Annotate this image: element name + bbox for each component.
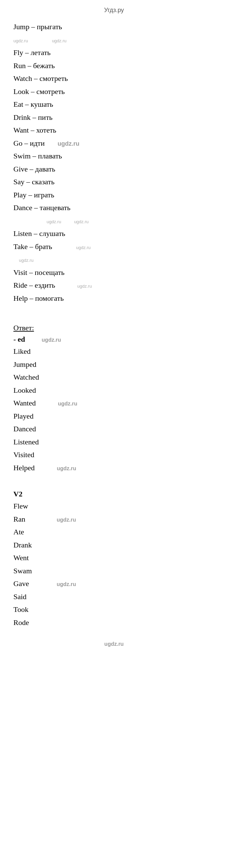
ed-word-danced: Danced bbox=[13, 423, 215, 436]
vocab-ru: слушать bbox=[39, 229, 65, 238]
vocab-item-5: Look – смотреть bbox=[13, 85, 215, 98]
v2-word-went: Went bbox=[13, 552, 215, 564]
ed-word-visited: Visited bbox=[13, 448, 215, 462]
v2-word-took: Took bbox=[13, 603, 215, 616]
vocab-item-16: Take – брать ugdz.ru bbox=[13, 240, 215, 253]
vocab-ru: летать bbox=[31, 48, 50, 57]
watermark-1: ugdz.ru bbox=[13, 38, 28, 43]
vocab-ru: сказать bbox=[32, 178, 54, 186]
watermark-helped: ugdz.ru bbox=[57, 466, 76, 471]
vocab-item-1: Jump – прыгать bbox=[13, 21, 215, 34]
v2-word-rode: Rode bbox=[13, 616, 215, 629]
vocab-en: Go bbox=[13, 139, 23, 147]
watermark-ran: ugdz.ru bbox=[57, 517, 76, 523]
watermark-wanted: ugdz.ru bbox=[58, 401, 77, 406]
ed-word-listened: Listened bbox=[13, 436, 215, 449]
ed-word-liked: Liked bbox=[13, 345, 215, 358]
v2-word-swam: Swam bbox=[13, 564, 215, 578]
vocab-ru: кушать bbox=[31, 100, 53, 108]
vocab-item-9: Go – идти ugdz.ru bbox=[13, 137, 215, 150]
v2-word-drank: Drank bbox=[13, 539, 215, 552]
vocab-en: Look bbox=[13, 87, 29, 96]
vocab-ru: посещать bbox=[35, 268, 64, 277]
v2-word-gave: Gave ugdz.ru bbox=[13, 577, 215, 590]
vocab-en: Run bbox=[13, 61, 26, 70]
watermark-footer: ugdz.ru bbox=[104, 641, 124, 647]
watermark-4: ugdz.ru bbox=[46, 219, 61, 224]
vocab-ru: идти bbox=[30, 139, 44, 147]
vocab-en: Fly bbox=[13, 48, 23, 57]
vocab-item-wm-dance: ugdz.ru ugdz.ru bbox=[13, 215, 215, 227]
vocab-en: Jump bbox=[13, 23, 30, 31]
ed-word-wanted: Wanted ugdz.ru bbox=[13, 397, 215, 410]
vocab-item-15: Listen – слушать bbox=[13, 227, 215, 240]
watermark-5: ugdz.ru bbox=[74, 219, 89, 224]
vocab-ru: прыгать bbox=[37, 23, 62, 31]
vocab-en: Play bbox=[13, 191, 27, 199]
vocab-en: Drink bbox=[13, 113, 31, 122]
vocab-item-11: Give – давать bbox=[13, 163, 215, 176]
watermark-8: ugdz.ru bbox=[77, 284, 92, 289]
vocab-item-2: Fly – летать bbox=[13, 46, 215, 59]
vocab-item-10: Swim – плавать bbox=[13, 150, 215, 163]
vocab-en: Eat bbox=[13, 100, 23, 108]
vocab-ru: смотреть bbox=[39, 74, 68, 83]
vocab-item-6: Eat – кушать bbox=[13, 98, 215, 111]
v2-word-said: Said bbox=[13, 590, 215, 603]
vocab-item-7: Drink – пить bbox=[13, 111, 215, 124]
vocab-ru: брать bbox=[35, 242, 52, 251]
vocab-item-4: Watch – смотреть bbox=[13, 72, 215, 85]
vocab-item-20: Help – помогать bbox=[13, 292, 215, 305]
vocab-ru: танцевать bbox=[39, 204, 70, 212]
footer-watermark: ugdz.ru bbox=[13, 639, 215, 648]
vocab-item-19: Ride – ездить ugdz.ru bbox=[13, 279, 215, 292]
ed-word-watched: Watched bbox=[13, 371, 215, 384]
vocab-ru: ездить bbox=[35, 281, 55, 289]
vocab-en: Listen bbox=[13, 229, 32, 238]
vocab-en: Ride bbox=[13, 281, 28, 289]
watermark-gave: ugdz.ru bbox=[57, 581, 76, 587]
vocab-item-8: Want – хотеть bbox=[13, 124, 215, 137]
vocab-item-3: Run – бежать bbox=[13, 59, 215, 72]
site-title-text: Угдз.ру bbox=[104, 7, 124, 13]
watermark-2: ugdz.ru bbox=[52, 38, 66, 43]
vocab-ru: играть bbox=[34, 191, 54, 199]
v2-words-list: Flew Ran ugdz.ru Ate Drank Went Swam Gav… bbox=[13, 500, 215, 629]
vocab-ru: смотреть bbox=[36, 87, 65, 96]
v2-word-ate: Ate bbox=[13, 526, 215, 539]
vocab-item-17: ugdz.ru bbox=[13, 253, 215, 266]
vocab-ru: помогать bbox=[35, 294, 64, 303]
answer-section: Ответ: - ed ugdz.ru Liked Jumped Watched… bbox=[13, 315, 215, 629]
ed-word-helped: Helped ugdz.ru bbox=[13, 462, 215, 475]
ed-word-played: Played bbox=[13, 410, 215, 423]
vocab-en: Visit bbox=[13, 268, 27, 277]
vocab-en: Want bbox=[13, 126, 29, 134]
ed-label: - ed ugdz.ru bbox=[13, 335, 215, 344]
vocab-ru: пить bbox=[38, 113, 52, 122]
watermark-3: ugdz.ru bbox=[58, 140, 79, 147]
vocab-section: Jump – прыгать ugdz.ru ugdz.ru Fly – лет… bbox=[13, 21, 215, 305]
answer-label: Ответ: bbox=[13, 323, 215, 332]
vocab-en: Watch bbox=[13, 74, 32, 83]
vocab-en: Help bbox=[13, 294, 28, 303]
v2-label: V2 bbox=[13, 490, 215, 498]
vocab-en: Swim bbox=[13, 152, 31, 160]
vocab-ru: хотеть bbox=[36, 126, 56, 134]
vocab-item-14: Dance – танцевать bbox=[13, 202, 215, 215]
vocab-item-18: Visit – посещать bbox=[13, 266, 215, 279]
ed-word-jumped: Jumped bbox=[13, 358, 215, 371]
vocab-item-12: Say – сказать bbox=[13, 176, 215, 189]
v2-word-ran: Ran ugdz.ru bbox=[13, 513, 215, 526]
vocab-en: Dance bbox=[13, 204, 32, 212]
v2-word-flew: Flew bbox=[13, 500, 215, 513]
vocab-ru: давать bbox=[35, 165, 55, 173]
watermark-7: ugdz.ru bbox=[19, 258, 34, 263]
vocab-en: Give bbox=[13, 165, 28, 173]
watermark-ed: ugdz.ru bbox=[41, 337, 61, 343]
vocab-en: Say bbox=[13, 178, 25, 186]
vocab-ru: бежать bbox=[33, 61, 55, 70]
vocab-ru: плавать bbox=[38, 152, 62, 160]
ed-words-list: Liked Jumped Watched Looked Wanted ugdz.… bbox=[13, 345, 215, 474]
vocab-item-13: Play – играть bbox=[13, 189, 215, 202]
site-header: Угдз.ру bbox=[13, 7, 215, 14]
